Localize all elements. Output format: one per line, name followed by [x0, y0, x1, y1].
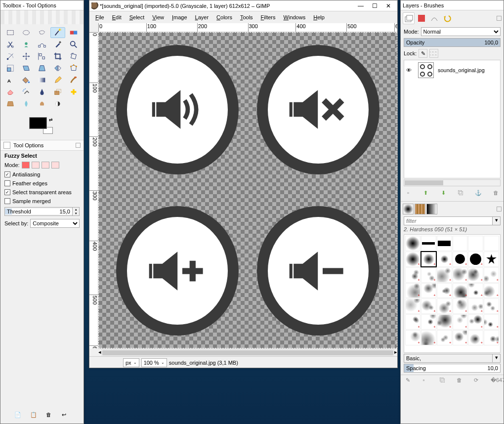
menu-file[interactable]: File: [91, 12, 108, 22]
image-titlebar[interactable]: *[sounds_original] (imported)-5.0 (Grays…: [89, 0, 397, 11]
scale-tool[interactable]: [3, 63, 18, 74]
brush-cell[interactable]: +: [484, 298, 499, 314]
delete-layer-icon[interactable]: 🗑: [492, 188, 501, 197]
save-options-icon[interactable]: 📄: [14, 412, 22, 420]
foreground-color[interactable]: [29, 117, 47, 129]
brush-cell[interactable]: +: [437, 267, 452, 283]
crop-tool[interactable]: [50, 51, 65, 62]
pencil-tool[interactable]: [50, 75, 65, 85]
brush-tabs-menu-icon[interactable]: [497, 207, 502, 212]
threshold-slider[interactable]: Threshold15,0 ▴▾: [4, 207, 80, 216]
brush-cell[interactable]: +: [453, 314, 468, 330]
layer-thumbnail[interactable]: [418, 62, 434, 78]
brush-cell[interactable]: +: [453, 252, 468, 267]
layer-name[interactable]: sounds_original.jpg: [438, 67, 485, 73]
brush-cell[interactable]: +: [468, 298, 483, 314]
heal-tool[interactable]: [66, 86, 81, 97]
color-picker-tool[interactable]: [50, 39, 65, 50]
brush-cell[interactable]: +: [453, 298, 468, 314]
mode-replace[interactable]: [22, 162, 30, 169]
ruler-horizontal[interactable]: 0 100 200 300 400 500 600: [98, 23, 397, 32]
refresh-brush-icon[interactable]: ⟳: [474, 377, 482, 385]
blend-mode-dropdown[interactable]: Normal: [421, 27, 501, 36]
menu-edit[interactable]: Edit: [108, 12, 126, 22]
bucket-fill-tool[interactable]: [19, 75, 34, 85]
menu-help[interactable]: Help: [309, 12, 329, 22]
menu-colors[interactable]: Colors: [212, 12, 236, 22]
fuzzy-select-tool[interactable]: [50, 27, 65, 38]
free-select-tool[interactable]: [35, 27, 49, 38]
open-as-image-icon[interactable]: �647: [491, 377, 499, 385]
layers-hscroll[interactable]: [404, 179, 501, 186]
brush-cell[interactable]: +: [468, 283, 483, 298]
layers-tab[interactable]: [403, 12, 415, 24]
undo-tab[interactable]: [441, 12, 453, 24]
menu-triangle-icon[interactable]: [76, 143, 81, 148]
brush-cell[interactable]: +: [405, 330, 420, 345]
ruler-vertical[interactable]: 0 100 200 300 400 500 600: [89, 32, 98, 348]
restore-options-icon[interactable]: 📋: [30, 412, 38, 420]
channels-tab[interactable]: [416, 12, 427, 24]
reset-options-icon[interactable]: ↩: [62, 412, 70, 420]
align-tool[interactable]: [35, 51, 49, 62]
menu-select[interactable]: Select: [126, 12, 149, 22]
brush-cell[interactable]: +: [437, 314, 452, 330]
brush-cell[interactable]: +: [468, 252, 483, 267]
tabs-menu-icon[interactable]: [497, 16, 502, 21]
foreground-select-tool[interactable]: [19, 39, 34, 50]
brush-cell[interactable]: +: [405, 267, 420, 283]
cage-tool[interactable]: [66, 63, 81, 74]
unit-dropdown[interactable]: px: [123, 358, 139, 367]
perspective-clone-tool[interactable]: [3, 98, 18, 109]
toolbox-titlebar[interactable]: Toolbox - Tool Options: [0, 0, 84, 10]
visibility-icon[interactable]: 👁: [406, 67, 414, 73]
measure-tool[interactable]: [3, 51, 18, 62]
zoom-dropdown[interactable]: 100 %: [141, 358, 167, 367]
raise-layer-icon[interactable]: ⬆: [421, 188, 430, 197]
preset-dropdown-icon[interactable]: ▾: [493, 354, 501, 363]
text-tool[interactable]: A: [3, 75, 18, 85]
preset-label[interactable]: Basic,: [404, 354, 493, 363]
anchor-layer-icon[interactable]: ⚓: [474, 188, 483, 197]
opacity-slider[interactable]: Opacity100,0: [404, 38, 501, 47]
move-tool[interactable]: [19, 51, 34, 62]
brush-cell[interactable]: +: [484, 283, 499, 298]
maximize-button[interactable]: ☐: [368, 1, 381, 10]
brush-cell[interactable]: +: [453, 283, 468, 298]
brush-cell[interactable]: +: [437, 298, 452, 314]
brush-grid[interactable]: + + + + + for(let i=0;i<30;i++){document…: [404, 234, 501, 353]
layer-item[interactable]: 👁 sounds_original.jpg: [404, 60, 500, 80]
brush-filter-input[interactable]: [404, 216, 493, 225]
duplicate-layer-icon[interactable]: ⿻: [457, 188, 465, 197]
brush-cell[interactable]: +: [421, 283, 436, 298]
brush-tab-gradient[interactable]: [426, 204, 437, 214]
brush-cell[interactable]: +: [468, 330, 483, 345]
delete-options-icon[interactable]: 🗑: [46, 412, 54, 420]
color-select-tool[interactable]: [66, 27, 81, 38]
delete-brush-icon[interactable]: 🗑: [457, 377, 464, 385]
fg-bg-colors[interactable]: ⇄: [0, 114, 84, 138]
brush-cell[interactable]: +: [421, 330, 436, 345]
new-layer-icon[interactable]: ▫: [404, 188, 413, 197]
brush-cell[interactable]: +: [453, 330, 468, 345]
menu-tools[interactable]: Tools: [236, 12, 257, 22]
menu-filters[interactable]: Filters: [257, 12, 280, 22]
brush-cell[interactable]: +: [484, 330, 499, 345]
flip-tool[interactable]: [50, 63, 65, 74]
select-by-dropdown[interactable]: Composite: [30, 219, 80, 228]
edit-brush-icon[interactable]: ✎: [406, 377, 414, 385]
ink-tool[interactable]: [35, 86, 49, 97]
layers-titlebar[interactable]: Layers - Brushes: [401, 0, 504, 10]
swap-colors-icon[interactable]: ⇄: [49, 117, 53, 122]
shear-tool[interactable]: [19, 63, 34, 74]
brush-tab-pattern[interactable]: [415, 204, 425, 214]
close-button[interactable]: ✕: [381, 1, 395, 10]
rotate-tool[interactable]: [66, 51, 81, 62]
scrollbar-horizontal[interactable]: ◂▸: [98, 348, 397, 356]
paths-tool[interactable]: [35, 39, 49, 50]
smudge-tool[interactable]: [35, 98, 49, 109]
sample-merged-check[interactable]: Sample merged: [4, 198, 80, 204]
paths-tab[interactable]: [428, 12, 440, 24]
filter-dropdown-icon[interactable]: ▾: [493, 216, 501, 225]
lock-pixels-icon[interactable]: ✎: [419, 49, 427, 58]
